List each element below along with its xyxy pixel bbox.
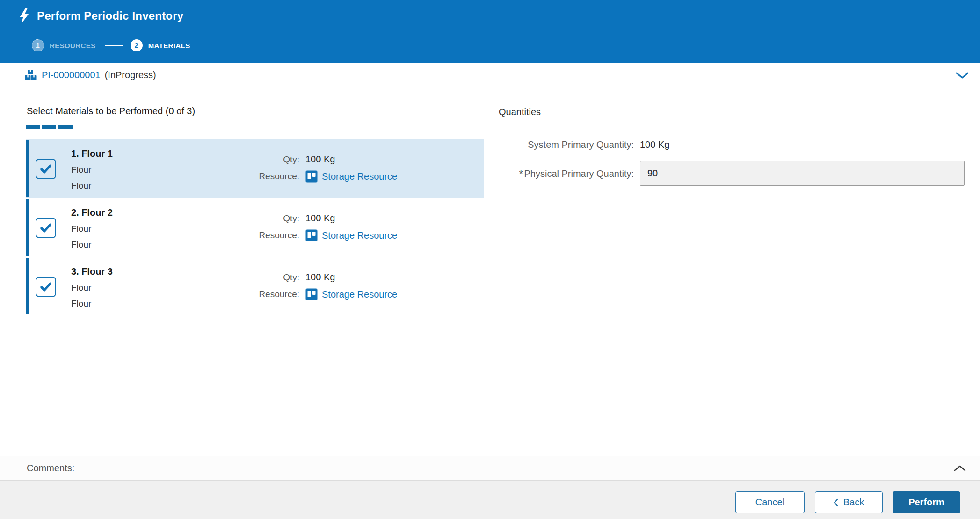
material-list-item[interactable]: 3. Flour 3 Flour Flour Qty: 100 Kg Resou… xyxy=(26,257,484,316)
material-description: Flour xyxy=(71,239,113,250)
resource-label: Resource: xyxy=(26,230,299,241)
step-indicator: 1 RESOURCES 2 MATERIALS xyxy=(32,39,190,51)
progress-dash xyxy=(26,125,40,129)
step-resources[interactable]: 1 RESOURCES xyxy=(32,39,96,51)
comments-bar[interactable]: Comments: xyxy=(0,456,980,481)
storage-resource-icon xyxy=(305,170,318,183)
material-checkbox[interactable] xyxy=(36,218,56,238)
system-quantity-row: System Primary Quantity: 100 Kg xyxy=(499,139,980,151)
storage-resource-link[interactable]: Storage Resource xyxy=(322,289,397,300)
inventory-status: (InProgress) xyxy=(105,70,156,80)
qty-value: 100 Kg xyxy=(305,154,335,165)
system-quantity-label: System Primary Quantity: xyxy=(499,139,634,151)
physical-quantity-row: *Physical Primary Quantity: 90 xyxy=(499,161,980,186)
boxes-icon xyxy=(25,69,37,81)
cancel-button[interactable]: Cancel xyxy=(735,491,805,513)
back-button[interactable]: Back xyxy=(815,491,883,513)
physical-primary-quantity-input[interactable]: 90 xyxy=(640,161,965,186)
lightning-icon xyxy=(18,8,30,23)
chevron-left-icon xyxy=(834,498,838,507)
material-description: Flour xyxy=(71,180,113,191)
material-list-item[interactable]: 2. Flour 2 Flour Flour Qty: 100 Kg Resou… xyxy=(26,198,484,257)
material-name: Flour xyxy=(71,223,113,234)
materials-heading: Select Materials to be Performed (0 of 3… xyxy=(27,105,491,117)
qty-label: Qty: xyxy=(26,272,299,283)
progress-dash xyxy=(58,125,73,129)
row-accent-bar xyxy=(26,140,29,197)
row-accent-bar xyxy=(26,258,29,314)
material-name: Flour xyxy=(71,164,113,175)
selection-progress-indicator xyxy=(26,125,491,129)
step-materials-number: 2 xyxy=(131,39,143,51)
row-accent-bar xyxy=(26,199,29,256)
inventory-order-link[interactable]: PI-000000001 xyxy=(42,70,101,80)
wizard-title-row: Perform Periodic Inventory xyxy=(18,8,183,23)
resource-label: Resource: xyxy=(26,289,299,300)
material-text: 2. Flour 2 Flour Flour xyxy=(71,207,113,250)
step-resources-label: RESOURCES xyxy=(50,42,96,50)
material-name: Flour xyxy=(71,282,113,293)
storage-resource-link[interactable]: Storage Resource xyxy=(322,230,397,241)
qty-value: 100 Kg xyxy=(305,213,335,224)
perform-button[interactable]: Perform xyxy=(893,491,960,513)
text-caret xyxy=(659,168,659,179)
chevron-up-icon[interactable] xyxy=(954,465,966,472)
main-content: Select Materials to be Performed (0 of 3… xyxy=(0,88,980,456)
back-button-label: Back xyxy=(843,497,864,508)
material-title: 2. Flour 2 xyxy=(71,207,113,219)
material-title: 1. Flour 1 xyxy=(71,148,113,160)
perform-periodic-inventory-wizard: Perform Periodic Inventory 1 RESOURCES 2… xyxy=(0,0,980,519)
wizard-footer: Cancel Back Perform xyxy=(0,481,980,519)
material-list: 1. Flour 1 Flour Flour Qty: 100 Kg Resou… xyxy=(26,139,484,316)
materials-panel: Select Materials to be Performed (0 of 3… xyxy=(0,88,491,456)
chevron-down-icon[interactable] xyxy=(956,72,969,79)
progress-dash xyxy=(42,125,56,129)
quantities-heading: Quantities xyxy=(499,106,980,118)
material-list-item[interactable]: 1. Flour 1 Flour Flour Qty: 100 Kg Resou… xyxy=(26,139,484,198)
qty-value: 100 Kg xyxy=(305,272,335,283)
step-materials-label: MATERIALS xyxy=(148,42,190,50)
storage-resource-icon xyxy=(305,229,318,241)
required-marker: * xyxy=(519,168,523,179)
resource-label: Resource: xyxy=(26,171,299,182)
wizard-title: Perform Periodic Inventory xyxy=(37,9,183,22)
physical-quantity-label: *Physical Primary Quantity: xyxy=(499,168,634,180)
system-quantity-value: 100 Kg xyxy=(640,139,980,150)
inventory-context-bar[interactable]: PI-000000001 (InProgress) xyxy=(0,63,980,88)
step-connector xyxy=(105,45,123,46)
step-resources-number: 1 xyxy=(32,39,44,51)
step-materials[interactable]: 2 MATERIALS xyxy=(131,39,190,51)
quantities-panel: Quantities System Primary Quantity: 100 … xyxy=(491,88,980,456)
comments-label: Comments: xyxy=(27,463,74,474)
storage-resource-icon xyxy=(305,288,318,300)
perform-button-label: Perform xyxy=(908,497,944,508)
cancel-button-label: Cancel xyxy=(755,497,784,508)
material-checkbox[interactable] xyxy=(36,159,56,179)
wizard-header: Perform Periodic Inventory 1 RESOURCES 2… xyxy=(0,0,980,63)
material-description: Flour xyxy=(71,298,113,309)
material-title: 3. Flour 3 xyxy=(71,266,113,278)
material-text: 1. Flour 1 Flour Flour xyxy=(71,148,113,191)
qty-label: Qty: xyxy=(26,213,299,224)
storage-resource-link[interactable]: Storage Resource xyxy=(322,171,397,182)
physical-quantity-value: 90 xyxy=(647,168,658,179)
material-text: 3. Flour 3 Flour Flour xyxy=(71,266,113,309)
material-checkbox[interactable] xyxy=(36,277,56,297)
qty-label: Qty: xyxy=(26,154,299,165)
